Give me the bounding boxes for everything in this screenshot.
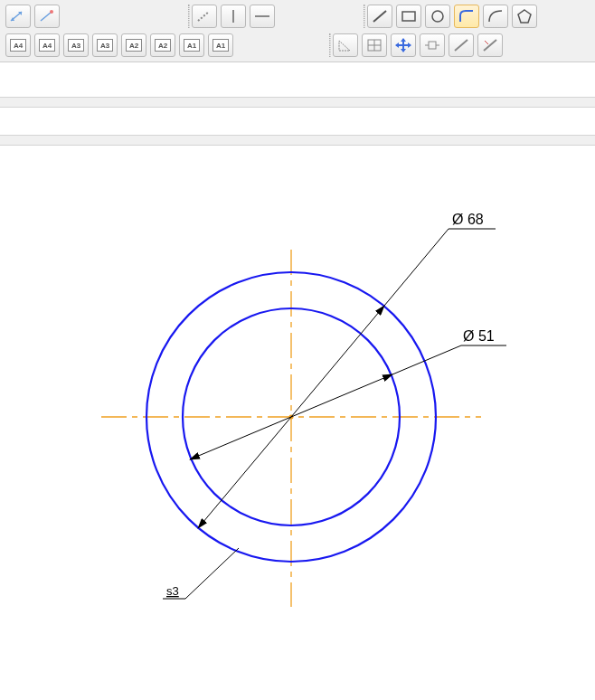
svg-marker-13 bbox=[401, 38, 406, 42]
dimension-outer[interactable]: Ø 68 bbox=[198, 212, 496, 528]
constraint-horizontal[interactable] bbox=[250, 5, 275, 28]
svg-line-20 bbox=[455, 40, 468, 51]
toolbar-area: A4 A4 A3 A3 A2 A2 A1 A1 bbox=[0, 0, 595, 62]
toolbar-separator bbox=[364, 5, 365, 28]
panel-gap bbox=[0, 108, 595, 135]
fillet-tool[interactable] bbox=[454, 5, 479, 28]
svg-line-26 bbox=[384, 229, 449, 306]
toolbar-group-draw bbox=[367, 5, 537, 28]
snap-grid-tool[interactable] bbox=[362, 33, 387, 57]
toolbar-group-constraint bbox=[192, 5, 275, 28]
svg-rect-5 bbox=[402, 12, 415, 21]
svg-marker-14 bbox=[401, 49, 406, 52]
paper-a2-landscape[interactable]: A2 bbox=[121, 33, 146, 57]
rect-tool[interactable] bbox=[396, 5, 421, 28]
dim-tool-1[interactable] bbox=[5, 5, 31, 28]
panel-bar-1 bbox=[0, 97, 595, 108]
drawing-canvas[interactable]: Ø 68 Ø 51 s3 bbox=[0, 146, 595, 679]
snap-diag1-tool[interactable] bbox=[449, 33, 474, 57]
paper-a2-portrait[interactable]: A2 bbox=[150, 33, 175, 57]
panel-bar-2 bbox=[0, 135, 595, 146]
svg-point-6 bbox=[432, 11, 443, 22]
surface-note-label: s3 bbox=[166, 584, 179, 598]
move-tool[interactable] bbox=[391, 33, 416, 57]
snap-angle-tool[interactable] bbox=[333, 33, 358, 57]
arc-tool[interactable] bbox=[483, 5, 508, 28]
circle-tool[interactable] bbox=[425, 5, 450, 28]
centerlines bbox=[101, 250, 481, 607]
line-tool[interactable] bbox=[367, 5, 392, 28]
paper-a1-landscape[interactable]: A1 bbox=[179, 33, 204, 57]
paper-a4-landscape[interactable]: A4 bbox=[5, 33, 31, 57]
dim-tool-2[interactable] bbox=[34, 5, 60, 28]
svg-line-1 bbox=[198, 12, 209, 21]
svg-line-29 bbox=[392, 345, 461, 374]
paper-a3-landscape[interactable]: A3 bbox=[63, 33, 89, 57]
snap-end-tool[interactable] bbox=[420, 33, 445, 57]
svg-point-0 bbox=[50, 10, 53, 14]
toolbar-row-2: A4 A4 A3 A3 A2 A2 A1 A1 bbox=[5, 33, 590, 58]
toolbar-group-snap bbox=[333, 33, 503, 57]
svg-rect-17 bbox=[429, 42, 436, 49]
polygon-tool[interactable] bbox=[512, 5, 537, 28]
dimension-inner[interactable]: Ø 51 bbox=[190, 328, 506, 459]
toolbar-separator bbox=[329, 33, 331, 57]
toolbar-group-paper: A4 A4 A3 A3 A2 A2 A1 A1 bbox=[5, 33, 233, 57]
constraint-vertical[interactable] bbox=[221, 5, 246, 28]
paper-a4-portrait[interactable]: A4 bbox=[34, 33, 60, 57]
toolbar-group-dim bbox=[5, 5, 60, 28]
snap-diag2-tool[interactable] bbox=[477, 33, 503, 57]
svg-line-22 bbox=[485, 41, 488, 44]
panel-gap bbox=[0, 62, 595, 97]
svg-marker-7 bbox=[518, 10, 531, 23]
paper-a3-portrait[interactable]: A3 bbox=[92, 33, 118, 57]
surface-note[interactable]: s3 bbox=[163, 548, 239, 599]
svg-line-4 bbox=[373, 11, 386, 22]
paper-a1-portrait[interactable]: A1 bbox=[208, 33, 233, 57]
toolbar-row-1 bbox=[5, 4, 590, 29]
dimension-inner-label: Ø 51 bbox=[463, 328, 495, 344]
constraint-distance[interactable] bbox=[192, 5, 217, 28]
svg-line-31 bbox=[185, 548, 239, 599]
svg-marker-16 bbox=[408, 43, 411, 48]
svg-marker-15 bbox=[395, 43, 399, 48]
dimension-outer-label: Ø 68 bbox=[452, 212, 484, 227]
toolbar-separator bbox=[188, 5, 190, 28]
